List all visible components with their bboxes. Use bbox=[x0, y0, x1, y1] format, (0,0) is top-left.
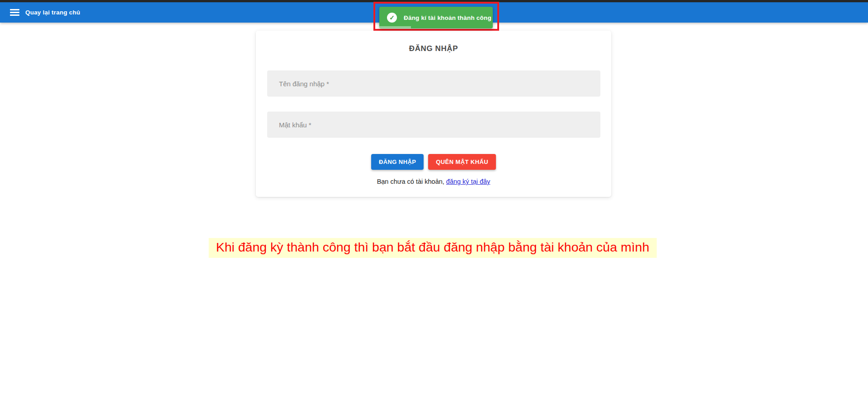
login-actions: ĐĂNG NHẬP QUÊN MẬT KHẨU bbox=[256, 154, 611, 170]
login-button[interactable]: ĐĂNG NHẬP bbox=[371, 154, 424, 170]
username-input[interactable] bbox=[267, 70, 600, 97]
register-line: Bạn chưa có tài khoản, đăng ký tại đây bbox=[256, 178, 611, 185]
forgot-password-button[interactable]: QUÊN MẬT KHẨU bbox=[428, 154, 496, 170]
toast-message: Đăng kí tài khoản thành công bbox=[404, 14, 491, 21]
check-circle-icon: ✓ bbox=[387, 13, 397, 23]
login-title: ĐĂNG NHẬP bbox=[256, 44, 611, 53]
toast-progress-bar bbox=[379, 26, 411, 28]
back-to-home-link[interactable]: Quay lại trang chủ bbox=[25, 9, 80, 16]
hamburger-menu-icon[interactable] bbox=[10, 9, 19, 16]
tutorial-note: Khi đăng kỳ thành công thì bạn bắt đầu đ… bbox=[209, 238, 657, 258]
password-input[interactable] bbox=[267, 112, 600, 138]
login-card: ĐĂNG NHẬP ĐĂNG NHẬP QUÊN MẬT KHẨU Bạn ch… bbox=[256, 31, 611, 197]
success-toast[interactable]: ✓ Đăng kí tài khoản thành công bbox=[379, 7, 493, 28]
register-prompt-text: Bạn chưa có tài khoản, bbox=[377, 178, 444, 185]
annotation-highlight-box: ✓ Đăng kí tài khoản thành công bbox=[373, 2, 499, 31]
register-here-link[interactable]: đăng ký tại đây bbox=[446, 178, 491, 185]
